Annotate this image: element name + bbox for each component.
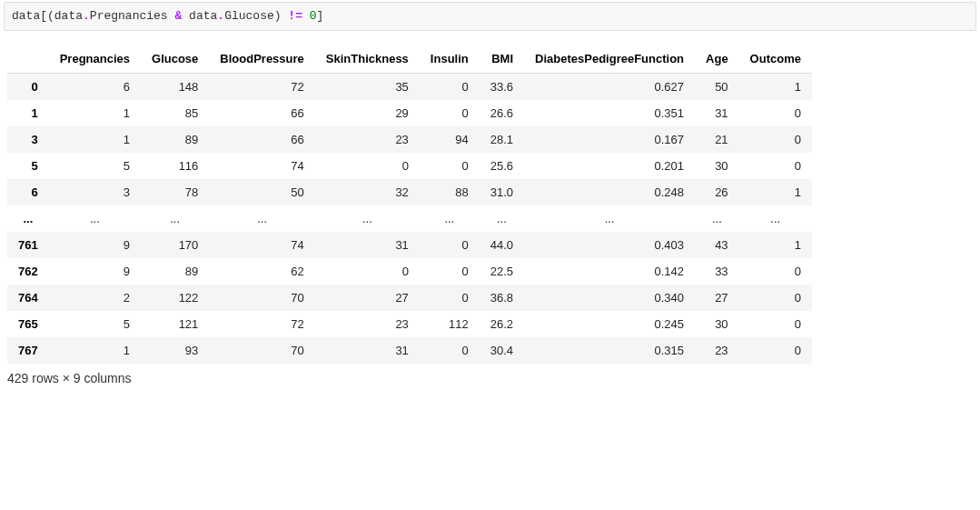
- code-token: data[(data: [12, 9, 83, 23]
- cell: 0: [420, 100, 480, 126]
- table-row: 76421227027036.80.340270: [7, 285, 812, 311]
- code-token: .: [217, 9, 224, 23]
- cell: ...: [524, 205, 695, 232]
- cell: ...: [141, 205, 209, 232]
- cell: 27: [315, 285, 420, 311]
- cell: 35: [315, 74, 420, 101]
- row-index: 0: [7, 74, 49, 101]
- cell: 66: [209, 126, 314, 153]
- table-row: 318966239428.10.167210: [7, 126, 812, 153]
- cell: 36.8: [480, 285, 524, 311]
- row-index: 5: [7, 153, 49, 179]
- cell: 121: [141, 311, 209, 337]
- cell: 30: [695, 153, 739, 179]
- code-token: data: [189, 9, 217, 23]
- cell: 116: [141, 153, 209, 179]
- row-index: 1: [7, 100, 49, 126]
- cell: 122: [141, 285, 209, 311]
- cell: 88: [420, 179, 480, 205]
- cell: 31: [695, 100, 739, 126]
- table-row: 637850328831.00.248261: [7, 179, 812, 205]
- cell: 23: [315, 126, 420, 153]
- cell: 0.245: [524, 311, 695, 337]
- cell: 0.403: [524, 232, 695, 258]
- cell: 85: [141, 100, 209, 126]
- cell: 1: [49, 126, 141, 153]
- cell: 0: [739, 258, 812, 285]
- cell: 0: [420, 153, 480, 179]
- cell: 43: [695, 232, 739, 258]
- table-row: 061487235033.60.627501: [7, 74, 812, 101]
- cell: 0: [420, 337, 480, 364]
- cell: 1: [739, 179, 812, 205]
- code-token: .: [83, 9, 90, 23]
- cell: 1: [49, 100, 141, 126]
- cell: 5: [49, 311, 141, 337]
- cell: 23: [695, 337, 739, 364]
- row-index: 3: [7, 126, 49, 153]
- cell: 0.201: [524, 153, 695, 179]
- cell: 74: [209, 232, 314, 258]
- cell: 26.2: [480, 311, 524, 337]
- output-area: PregnanciesGlucoseBloodPressureSkinThick…: [4, 40, 976, 398]
- row-index: ...: [7, 205, 49, 232]
- table-row: 7655121722311226.20.245300: [7, 311, 812, 337]
- code-input-cell[interactable]: data[(data.Pregnancies & data.Glucose) !…: [4, 2, 976, 31]
- cell: 66: [209, 100, 314, 126]
- cell: 31.0: [480, 179, 524, 205]
- table-row: 7671937031030.40.315230: [7, 337, 812, 364]
- cell: ...: [209, 205, 314, 232]
- code-token: 0: [310, 9, 317, 23]
- cell: 33.6: [480, 74, 524, 101]
- code-token: ]: [317, 9, 324, 23]
- cell: 28.1: [480, 126, 524, 153]
- shape-info: 429 rows × 9 columns: [5, 364, 975, 393]
- cell: 0: [739, 337, 812, 364]
- cell: 30.4: [480, 337, 524, 364]
- cell: 27: [695, 285, 739, 311]
- cell: 0: [739, 311, 812, 337]
- column-header: Pregnancies: [49, 45, 141, 74]
- column-header: Glucose: [141, 45, 209, 74]
- cell: 23: [315, 311, 420, 337]
- cell: ...: [739, 205, 812, 232]
- code-token: [182, 9, 189, 23]
- cell: 9: [49, 258, 141, 285]
- code-token: !=: [288, 9, 302, 23]
- cell: 0.142: [524, 258, 695, 285]
- cell: 70: [209, 285, 314, 311]
- cell: 21: [695, 126, 739, 153]
- row-index: 765: [7, 311, 49, 337]
- cell: 0.167: [524, 126, 695, 153]
- column-header: Outcome: [739, 45, 812, 74]
- cell: 0: [739, 285, 812, 311]
- cell: 30: [695, 311, 739, 337]
- cell: 93: [141, 337, 209, 364]
- cell: 3: [49, 179, 141, 205]
- row-index: 767: [7, 337, 49, 364]
- cell: 78: [141, 179, 209, 205]
- table-row: 11856629026.60.351310: [7, 100, 812, 126]
- cell: 0: [420, 285, 480, 311]
- cell: ...: [480, 205, 524, 232]
- cell: 0.340: [524, 285, 695, 311]
- table-row: 55116740025.60.201300: [7, 153, 812, 179]
- cell: 33: [695, 258, 739, 285]
- cell: 31: [315, 232, 420, 258]
- cell: 72: [209, 311, 314, 337]
- column-header: SkinThickness: [315, 45, 420, 74]
- index-header: [7, 45, 49, 74]
- cell: ...: [49, 205, 141, 232]
- row-index: 6: [7, 179, 49, 205]
- header-row: PregnanciesGlucoseBloodPressureSkinThick…: [7, 45, 812, 74]
- cell: 62: [209, 258, 314, 285]
- cell: 0: [420, 74, 480, 101]
- cell: 0: [420, 258, 480, 285]
- cell: ...: [695, 205, 739, 232]
- cell: 25.6: [480, 153, 524, 179]
- cell: 0.315: [524, 337, 695, 364]
- cell: 0.248: [524, 179, 695, 205]
- table-row: 76191707431044.00.403431: [7, 232, 812, 258]
- row-index: 764: [7, 285, 49, 311]
- cell: 74: [209, 153, 314, 179]
